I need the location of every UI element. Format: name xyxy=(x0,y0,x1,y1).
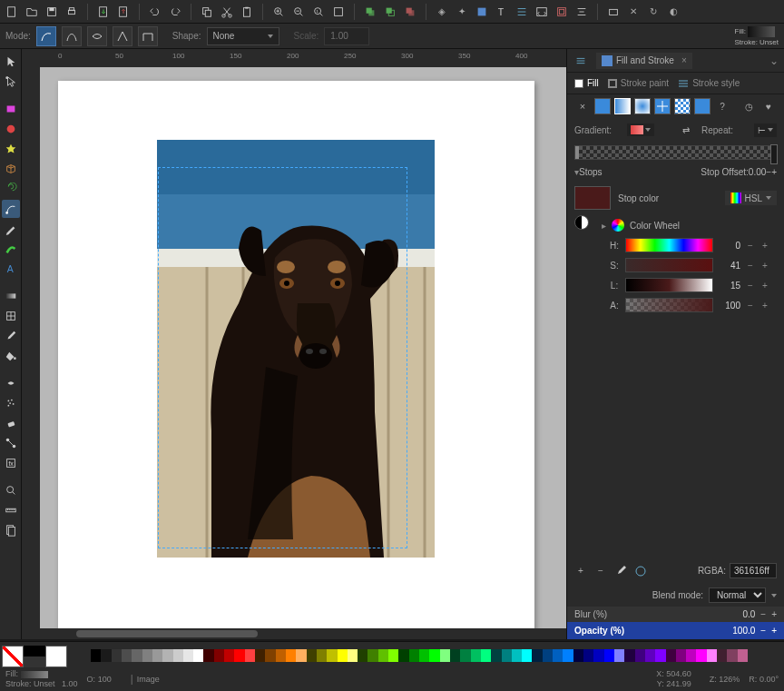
palette-swatch[interactable] xyxy=(122,649,132,662)
zoom-fit-icon[interactable]: 1 xyxy=(310,4,327,20)
fill-subtab[interactable]: Fill xyxy=(574,78,599,88)
status-rotation[interactable]: 0.00° xyxy=(760,675,779,684)
palette-swatch[interactable] xyxy=(593,649,603,662)
zoom-out-icon[interactable] xyxy=(290,4,307,20)
color-wheel-toggle[interactable]: ▸ xyxy=(602,221,606,231)
unlink-icon[interactable] xyxy=(402,4,418,20)
rect-tool[interactable] xyxy=(2,100,20,118)
bw-toggle[interactable] xyxy=(574,215,589,230)
add-stop-button[interactable]: + xyxy=(574,565,587,577)
palette-swatch[interactable] xyxy=(532,649,542,662)
copy-icon[interactable] xyxy=(199,4,215,20)
prefs-icon[interactable] xyxy=(605,4,622,20)
status-fill-swatch[interactable] xyxy=(21,671,48,678)
palette-swatch[interactable] xyxy=(398,649,408,662)
palette-swatch[interactable] xyxy=(142,649,152,662)
ext-icon[interactable]: ✕ xyxy=(625,4,642,20)
palette-swatch[interactable] xyxy=(450,649,460,662)
palette-swatch[interactable] xyxy=(696,649,706,662)
gradient-preview[interactable] xyxy=(574,145,777,160)
s-inc[interactable]: + xyxy=(760,261,769,271)
dark-swatch[interactable] xyxy=(24,656,45,667)
a-dec[interactable]: − xyxy=(746,301,755,311)
horizontal-scrollbar[interactable] xyxy=(40,628,566,639)
save-icon[interactable] xyxy=(44,4,60,20)
opacity-dec[interactable]: − xyxy=(760,626,766,636)
palette-swatch[interactable] xyxy=(132,649,142,662)
palette-swatch[interactable] xyxy=(234,649,244,662)
connector-tool[interactable] xyxy=(2,434,20,452)
opacity-inc[interactable]: + xyxy=(771,626,777,636)
placed-image[interactable] xyxy=(157,140,435,558)
palette-swatch[interactable] xyxy=(338,649,348,662)
palette-swatch[interactable] xyxy=(522,649,532,662)
bezier-tool[interactable] xyxy=(2,200,20,218)
s-dec[interactable]: − xyxy=(746,261,755,271)
bezier-mode-button[interactable] xyxy=(36,26,56,46)
palette-swatch[interactable] xyxy=(460,649,470,662)
palette-swatch[interactable] xyxy=(317,649,327,662)
panel-collapse-icon[interactable]: ⌄ xyxy=(769,54,779,67)
group-icon[interactable]: ◈ xyxy=(434,4,450,20)
fill-stroke-tab[interactable]: Fill and Stroke × xyxy=(596,53,692,69)
node-tool[interactable] xyxy=(2,73,20,91)
selector-tool[interactable] xyxy=(2,53,20,71)
palette-swatch[interactable] xyxy=(91,649,101,662)
offset-inc[interactable]: + xyxy=(771,167,777,177)
palette-swatch[interactable] xyxy=(265,649,275,662)
shape-select[interactable]: None xyxy=(207,27,279,45)
palette-swatch[interactable] xyxy=(368,649,377,662)
palette-swatch[interactable] xyxy=(203,649,213,662)
a-inc[interactable]: + xyxy=(760,301,769,311)
duplicate-icon[interactable] xyxy=(362,4,378,20)
reverse-gradient-icon[interactable]: ⇄ xyxy=(678,122,694,138)
h-inc[interactable]: + xyxy=(760,241,769,251)
palette-swatch[interactable] xyxy=(286,649,296,662)
pencil-tool[interactable] xyxy=(2,220,20,238)
a-slider[interactable] xyxy=(625,298,713,312)
eraser-tool[interactable] xyxy=(2,414,20,432)
palette-swatch[interactable] xyxy=(112,649,122,662)
palette-swatch[interactable] xyxy=(676,649,686,662)
box3d-tool[interactable] xyxy=(2,160,20,178)
palette-swatch[interactable] xyxy=(276,649,286,662)
h-slider[interactable] xyxy=(625,238,713,252)
palette-swatch[interactable] xyxy=(471,649,481,662)
no-paint-button[interactable]: × xyxy=(574,98,591,114)
color-picker-icon[interactable] xyxy=(634,565,647,577)
spiral-tool[interactable] xyxy=(2,180,20,198)
palette-swatch[interactable] xyxy=(635,649,645,662)
swatch-button[interactable] xyxy=(694,98,710,114)
measure-tool[interactable] xyxy=(2,501,20,519)
palette-swatch[interactable] xyxy=(224,649,234,662)
fill-swatch[interactable] xyxy=(748,26,775,37)
paste-icon[interactable] xyxy=(239,4,255,20)
eyedropper-icon[interactable] xyxy=(614,565,627,577)
gradient-tool[interactable] xyxy=(2,287,20,305)
spiro-mode-button[interactable] xyxy=(62,26,82,46)
palette-swatch[interactable] xyxy=(419,649,429,662)
clock-icon[interactable]: ◷ xyxy=(740,98,757,114)
bspline-mode-button[interactable] xyxy=(87,26,107,46)
align2-icon[interactable] xyxy=(573,4,590,20)
linear-gradient-button[interactable] xyxy=(614,98,631,114)
panel-menu-icon[interactable] xyxy=(573,53,589,69)
stroke-style-subtab[interactable]: Stroke style xyxy=(678,78,740,88)
gradient-type-select[interactable] xyxy=(627,123,654,136)
palette-swatch[interactable] xyxy=(378,649,388,662)
repeat-select[interactable]: ⊢ xyxy=(754,123,777,137)
paraxial-mode-button[interactable] xyxy=(138,26,158,46)
palette-swatch[interactable] xyxy=(440,649,450,662)
palette-swatch[interactable] xyxy=(563,649,573,662)
palette-swatch[interactable] xyxy=(543,649,553,662)
fill-dialog-icon[interactable] xyxy=(474,4,490,20)
zoom-in-icon[interactable] xyxy=(270,4,287,20)
palette-swatch[interactable] xyxy=(686,649,696,662)
zoom-tool[interactable] xyxy=(2,481,20,499)
import-icon[interactable] xyxy=(95,4,112,20)
lpe-tool[interactable]: fx xyxy=(2,454,20,472)
s-slider[interactable] xyxy=(625,258,713,272)
palette-swatch[interactable] xyxy=(707,649,717,662)
palette-swatch[interactable] xyxy=(624,649,634,662)
palette-swatch[interactable] xyxy=(738,649,748,662)
